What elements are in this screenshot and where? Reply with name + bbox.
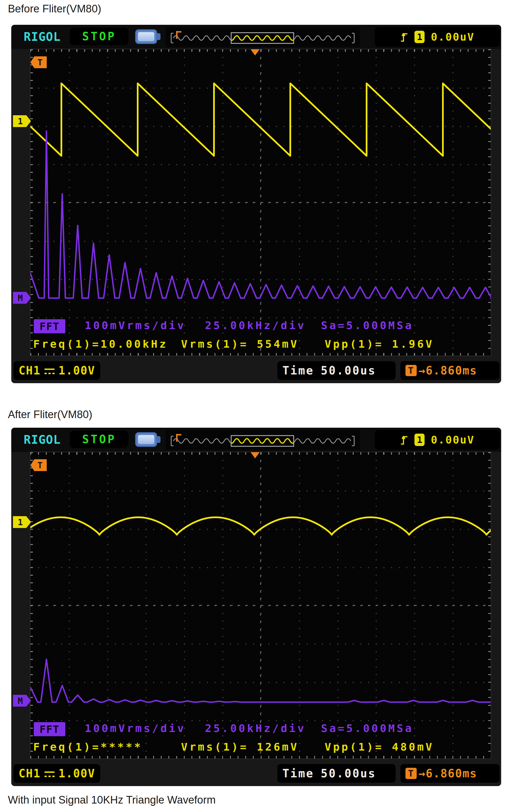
trigger-position-marker <box>250 49 260 56</box>
run-status-box: STOP <box>70 27 128 45</box>
trigger-level-readout: 0.00uV <box>431 433 475 446</box>
scope-header: RIGOL STOP 1 0.00uV <box>11 428 501 452</box>
oscilloscope-screenshot-before: RIGOL STOP 1 0.00uV T FFT 100mVrms/div 2… <box>11 25 501 383</box>
fft-tag: FFT <box>34 319 65 333</box>
battery-icon <box>135 432 157 447</box>
measurements-row: Freq(1)=***** Vrms(1)= 126mV Vpp(1)= 480… <box>31 741 491 754</box>
trigger-position-marker <box>250 452 260 459</box>
trigger-info-box: 1 0.00uV <box>375 27 500 47</box>
trigger-offset-icon: T <box>405 768 417 779</box>
run-status: STOP <box>82 30 116 43</box>
fft-settings-row: FFT 100mVrms/div 25.00kHz/div Sa=5.000MS… <box>31 722 491 737</box>
caption-input-signal: With input Signal 10KHz Triangle Wavefor… <box>8 794 216 806</box>
fft-vertical-scale: 100mVrms/div <box>85 319 186 332</box>
fft-horizontal-scale: 25.00kHz/div <box>205 722 306 735</box>
freq-measurement: Freq(1)=***** <box>33 741 142 753</box>
waveform-preview-bar <box>167 432 358 448</box>
channel1-status-box: CH1 1.00V <box>14 361 100 380</box>
scope-header: RIGOL STOP 1 0.00uV <box>11 25 501 49</box>
fft-horizontal-scale: 25.00kHz/div <box>205 319 306 332</box>
trigger-edge-icon <box>400 433 408 446</box>
fft-settings-row: FFT 100mVrms/div 25.00kHz/div Sa=5.000MS… <box>31 319 491 334</box>
trigger-info-box: 1 0.00uV <box>375 430 500 450</box>
caption-before-filter: Before Fliter(VM80) <box>8 3 101 15</box>
freq-measurement: Freq(1)=10.00kHz <box>33 338 168 350</box>
waveform-preview-bar <box>167 29 358 45</box>
run-status-box: STOP <box>70 430 128 448</box>
waveform-traces <box>31 452 491 758</box>
fft-sample-rate: Sa=5.000MSa <box>321 722 414 735</box>
timebase-box: Time 50.00us <box>277 361 396 380</box>
channel1-status-box: CH1 1.00V <box>14 764 100 783</box>
channel1-marker: 1 <box>13 115 31 127</box>
fft-vertical-scale: 100mVrms/div <box>85 722 186 735</box>
trigger-level-readout: 0.00uV <box>431 31 475 43</box>
vrms-measurement: Vrms(1)= 126mV <box>181 741 299 753</box>
math-channel-marker: M <box>13 292 31 304</box>
trigger-offset-box: T →6.860ms <box>400 764 500 783</box>
trigger-edge-icon <box>400 31 408 43</box>
trigger-source-badge: 1 <box>415 31 425 43</box>
channel1-marker: 1 <box>13 516 31 528</box>
rigol-logo: RIGOL <box>24 433 61 447</box>
graticule: T FFT 100mVrms/div 25.00kHz/div Sa=5.000… <box>31 49 491 355</box>
vrms-measurement: Vrms(1)= 554mV <box>181 338 299 350</box>
vpp-measurement: Vpp(1)= 1.96V <box>325 338 434 350</box>
memory-preview-panel <box>165 430 360 450</box>
fft-tag: FFT <box>34 722 65 736</box>
memory-preview-panel <box>165 27 360 47</box>
run-status: STOP <box>82 433 116 446</box>
fft-sample-rate: Sa=5.000MSa <box>321 319 414 332</box>
waveform-traces <box>31 49 491 355</box>
oscilloscope-screenshot-after: RIGOL STOP 1 0.00uV T FFT 100mVrms/div 2… <box>11 428 501 786</box>
rigol-logo: RIGOL <box>24 30 61 44</box>
measurements-row: Freq(1)=10.00kHz Vrms(1)= 554mV Vpp(1)= … <box>31 338 491 351</box>
dc-coupling-icon <box>44 771 54 778</box>
graticule: T FFT 100mVrms/div 25.00kHz/div Sa=5.000… <box>31 452 491 758</box>
trigger-source-badge: 1 <box>415 433 425 446</box>
trigger-offset-icon: T <box>405 365 417 376</box>
battery-icon <box>135 29 157 44</box>
trigger-offset-box: T →6.860ms <box>400 361 500 380</box>
dc-coupling-icon <box>44 369 54 375</box>
vpp-measurement: Vpp(1)= 480mV <box>325 741 434 753</box>
math-channel-marker: M <box>13 695 31 707</box>
caption-after-filter: After Fliter(VM80) <box>8 408 92 421</box>
timebase-box: Time 50.00us <box>277 764 396 783</box>
